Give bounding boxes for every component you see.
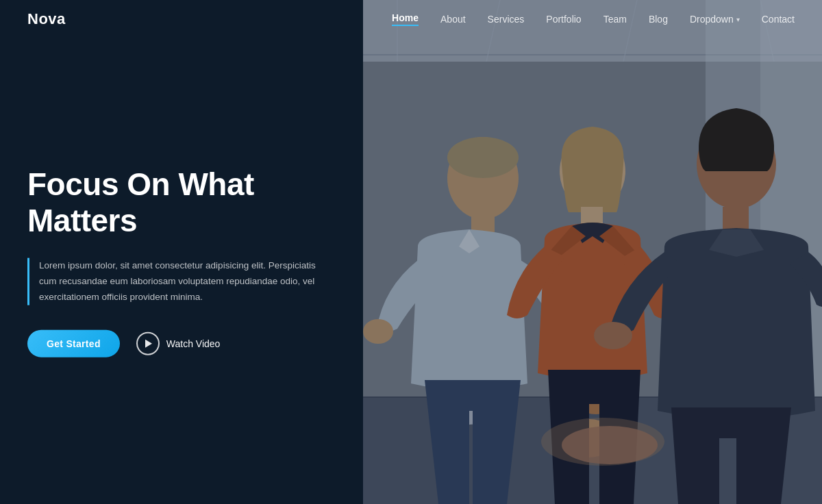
nav-link-team[interactable]: Team [603,14,627,25]
nav-link-blog[interactable]: Blog [649,14,668,25]
dropdown-arrow-icon: ▾ [736,16,740,23]
hero-container: Nova Home About Services Portfolio Team … [0,0,822,504]
nav-link-dropdown[interactable]: Dropdown ▾ [690,14,740,25]
brand-logo[interactable]: Nova [27,10,66,28]
watch-video-label: Watch Video [166,338,221,349]
nav-link-contact[interactable]: Contact [762,14,795,25]
hero-title: Focus On What Matters [27,166,329,239]
hero-right-panel [363,0,822,504]
hero-scene-svg [363,0,822,504]
navigation: Nova Home About Services Portfolio Team … [0,0,822,38]
hero-content: Focus On What Matters Lorem ipsum dolor,… [27,166,329,357]
nav-link-home[interactable]: Home [392,12,419,26]
nav-link-services[interactable]: Services [488,14,525,25]
nav-link-portfolio[interactable]: Portfolio [546,14,581,25]
nav-link-about[interactable]: About [440,14,466,25]
get-started-button[interactable]: Get Started [27,329,120,357]
nav-links: Home About Services Portfolio Team Blog … [392,12,795,26]
hero-actions: Get Started Watch Video [27,329,329,357]
play-triangle-icon [145,339,152,347]
svg-rect-27 [363,0,822,504]
watch-video-button[interactable]: Watch Video [136,331,221,355]
hero-description: Lorem ipsum dolor, sit amet consectetur … [27,257,329,305]
play-icon [136,331,160,355]
